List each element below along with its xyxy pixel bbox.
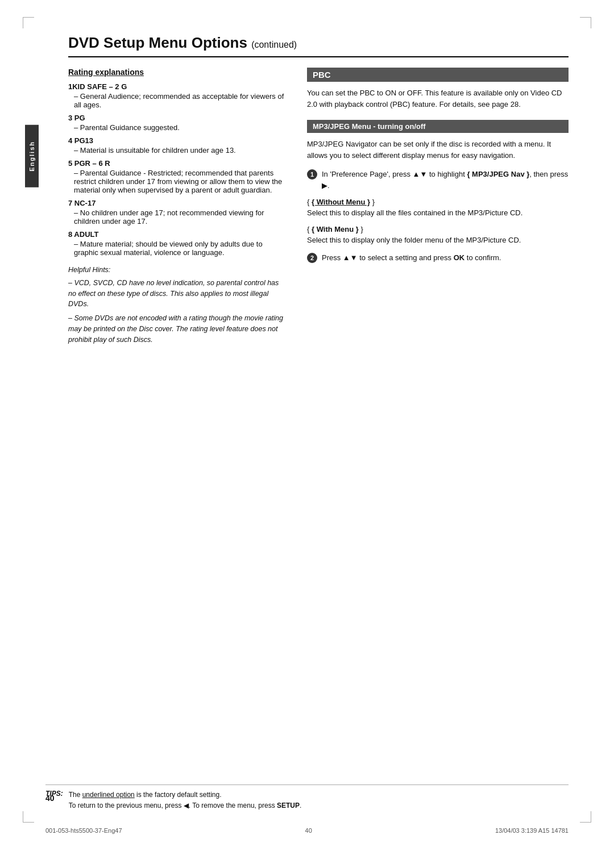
- hint-2: – Some DVDs are not encoded with a ratin…: [68, 313, 284, 345]
- rating-adult: 8 ADULT Mature material; should be viewe…: [68, 230, 284, 257]
- rating-nc17-label: 7 NC-17: [68, 199, 284, 207]
- rating-pg-desc: Parental Guidance suggested.: [68, 123, 284, 132]
- rating-nc17-desc: No children under age 17; not recommende…: [68, 208, 284, 226]
- rating-pg-label: 3 PG: [68, 114, 284, 122]
- helpful-hints: Helpful Hints: – VCD, SVCD, CD have no l…: [68, 265, 284, 345]
- tips-row: TIPS: The underlined option is the facto…: [45, 790, 569, 811]
- rating-pg13-desc: Material is unsuitable for children unde…: [68, 146, 284, 155]
- footer-left-meta: 001-053-hts5500-37-Eng47: [45, 827, 122, 834]
- step-2: 2 Press ▲▼ to select a setting and press…: [307, 252, 569, 264]
- helpful-hints-title: Helpful Hints:: [68, 265, 284, 276]
- step-1-text: In 'Preference Page', press ▲▼ to highli…: [322, 169, 569, 191]
- tips-content: The underlined option is the factory def…: [69, 790, 302, 811]
- rating-nc17: 7 NC-17 No children under age 17; not re…: [68, 199, 284, 226]
- pbc-header: PBC: [307, 68, 569, 82]
- footer-meta: 001-053-hts5500-37-Eng47 40 13/04/03 3:1…: [45, 827, 569, 834]
- left-column: Rating explanations 1KID SAFE – 2 G Gene…: [68, 68, 284, 348]
- with-menu-title: { { With Menu } }: [307, 225, 569, 233]
- rating-explanations-heading: Rating explanations: [68, 68, 284, 77]
- tips-label: TIPS:: [45, 790, 63, 798]
- content-area: Rating explanations 1KID SAFE – 2 G Gene…: [68, 68, 569, 348]
- tips-line-1: The underlined option is the factory def…: [69, 790, 302, 800]
- pbc-text: You can set the PBC to ON or OFF. This f…: [307, 87, 569, 110]
- right-column: PBC You can set the PBC to ON or OFF. Th…: [307, 68, 569, 348]
- rating-pgr6r: 5 PGR – 6 R Parental Guidance - Restrict…: [68, 159, 284, 194]
- step-1-number: 1: [307, 169, 317, 180]
- without-menu-title: { { Without Menu } }: [307, 198, 569, 206]
- rating-pgr6r-label: 5 PGR – 6 R: [68, 159, 284, 168]
- footer-right-meta: 13/04/03 3:139 A15 14781: [495, 827, 569, 834]
- without-menu-option: { { Without Menu } } Select this to disp…: [307, 198, 569, 218]
- with-menu-option: { { With Menu } } Select this to display…: [307, 225, 569, 245]
- step-2-text: Press ▲▼ to select a setting and press O…: [322, 252, 501, 264]
- rating-pg13-label: 4 PG13: [68, 136, 284, 145]
- step-1: 1 In 'Preference Page', press ▲▼ to high…: [307, 169, 569, 191]
- hint-1: – VCD, SVCD, CD have no level indication…: [68, 278, 284, 310]
- rating-pg: 3 PG Parental Guidance suggested.: [68, 114, 284, 132]
- mp3-header: MP3/JPEG Menu - turning on/off: [307, 120, 569, 133]
- tips-line-2: To return to the previous menu, press . …: [69, 800, 302, 811]
- rating-adult-desc: Mature material; should be viewed only b…: [68, 240, 284, 257]
- rating-1kid-label: 1KID SAFE – 2 G: [68, 82, 284, 91]
- rating-pg13: 4 PG13 Material is unsuitable for childr…: [68, 136, 284, 155]
- without-menu-desc: Select this to display all the files con…: [307, 208, 569, 218]
- step-2-number: 2: [307, 253, 317, 263]
- arrow-left-icon: [184, 802, 189, 809]
- footer-center-meta: 40: [305, 827, 312, 834]
- mp3-intro: MP3/JPEG Navigator can be set only if th…: [307, 139, 569, 161]
- page-title: DVD Setup Menu Options (continued): [68, 34, 569, 57]
- footer-tips: TIPS: The underlined option is the facto…: [45, 784, 569, 811]
- rating-adult-label: 8 ADULT: [68, 230, 284, 239]
- rating-1kid-desc: General Audience; recommended as accepta…: [68, 92, 284, 109]
- rating-pgr6r-desc: Parental Guidance - Restricted; recommen…: [68, 169, 284, 194]
- with-menu-desc: Select this to display only the folder m…: [307, 235, 569, 245]
- rating-1kid: 1KID SAFE – 2 G General Audience; recomm…: [68, 82, 284, 109]
